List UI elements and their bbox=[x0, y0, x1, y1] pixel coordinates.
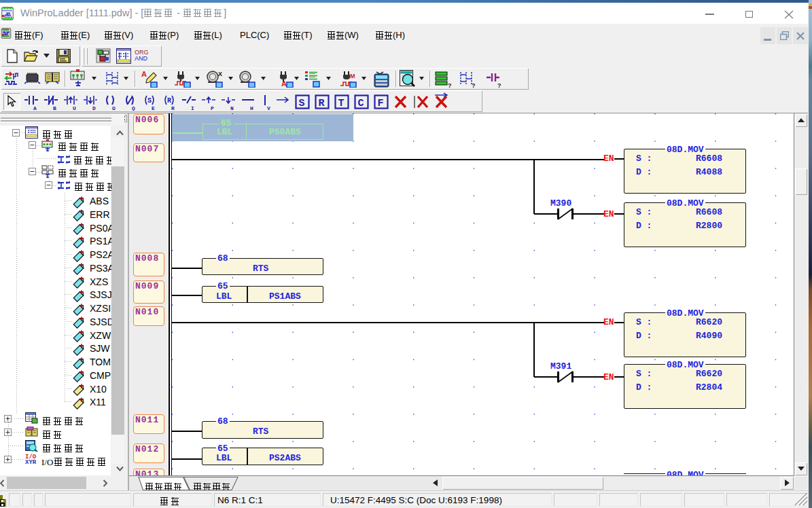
svg-text:U: U bbox=[73, 105, 76, 111]
svg-text:P: P bbox=[211, 105, 214, 111]
svg-text:E: E bbox=[152, 105, 155, 111]
svg-text:O: O bbox=[112, 105, 116, 111]
svg-text:D: D bbox=[92, 105, 96, 111]
svg-text:H: H bbox=[250, 105, 253, 111]
svg-text:M: M bbox=[350, 73, 355, 79]
svg-text:A: A bbox=[141, 70, 147, 78]
svg-text:A: A bbox=[281, 79, 287, 88]
svg-text:R: R bbox=[167, 97, 171, 105]
svg-text:X: X bbox=[218, 71, 222, 77]
svg-text:S: S bbox=[299, 98, 305, 109]
svg-text:T: T bbox=[338, 98, 345, 109]
svg-text:C: C bbox=[358, 98, 364, 109]
svg-text:R: R bbox=[319, 98, 325, 109]
svg-text:N: N bbox=[230, 105, 234, 111]
svg-text:V: V bbox=[267, 105, 270, 111]
svg-text:?: ? bbox=[448, 82, 452, 88]
svg-text:?: ? bbox=[472, 82, 476, 88]
svg-text:I: I bbox=[191, 105, 194, 111]
svg-text:A: A bbox=[33, 105, 37, 111]
svg-text:Q: Q bbox=[132, 105, 135, 111]
svg-text:XYR: XYR bbox=[25, 459, 37, 465]
svg-text:R: R bbox=[171, 105, 175, 111]
svg-text:F: F bbox=[378, 98, 384, 109]
svg-text:?: ? bbox=[497, 82, 501, 88]
svg-text:S: S bbox=[147, 97, 152, 105]
svg-text:B: B bbox=[53, 105, 56, 111]
